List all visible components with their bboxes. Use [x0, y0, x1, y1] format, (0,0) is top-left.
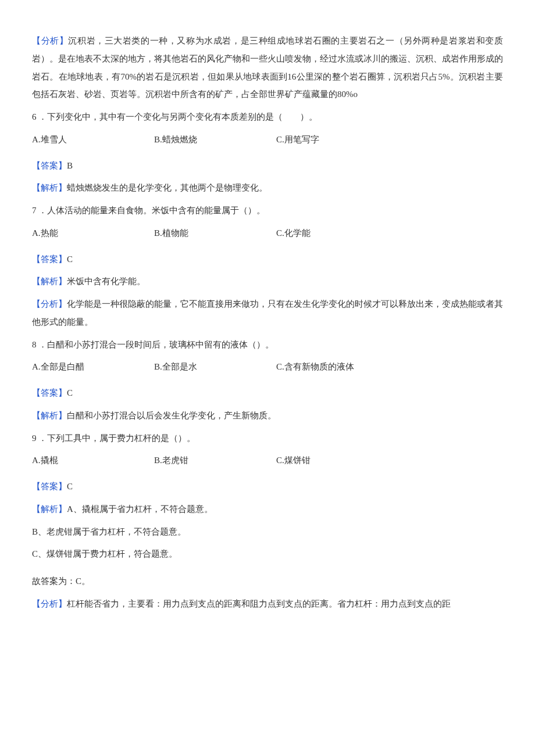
q6-options: A.堆雪人 B.蜡烛燃烧 C.用笔写字	[32, 131, 503, 149]
explain-text: 蜡烛燃烧发生的是化学变化，其他两个是物理变化。	[67, 183, 268, 192]
q8-stem: 8 ．白醋和小苏打混合一段时间后，玻璃杯中留有的液体（）。	[32, 336, 503, 354]
q8-answer: 【答案】C	[32, 384, 503, 402]
q6-option-c: C.用笔写字	[276, 131, 319, 149]
explain-text-a: A、撬棍属于省力杠杆，不符合题意。	[67, 504, 213, 514]
analysis-label: 【分析】	[32, 36, 68, 45]
q8-option-c: C.含有新物质的液体	[276, 358, 354, 376]
q6-explain: 【解析】蜡烛燃烧发生的是化学变化，其他两个是物理变化。	[32, 179, 503, 197]
explain-label: 【解析】	[32, 183, 67, 192]
q8-options: A.全部是白醋 B.全部是水 C.含有新物质的液体	[32, 358, 503, 376]
q9-options: A.撬棍 B.老虎钳 C.煤饼钳	[32, 452, 503, 470]
explain-text: 米饭中含有化学能。	[67, 277, 145, 286]
q7-option-c: C.化学能	[276, 224, 311, 242]
explain-label: 【解析】	[32, 277, 67, 286]
q9-option-b: B.老虎钳	[154, 452, 276, 470]
q9-explain-c: C、煤饼钳属于费力杠杆，符合题意。	[32, 545, 503, 563]
q8-option-a: A.全部是白醋	[32, 358, 154, 376]
answer-value: C	[67, 255, 73, 264]
q8-explain: 【解析】白醋和小苏打混合以后会发生化学变化，产生新物质。	[32, 407, 503, 425]
q7-options: A.热能 B.植物能 C.化学能	[32, 224, 503, 242]
q7-analysis: 【分析】化学能是一种很隐蔽的能量，它不能直接用来做功，只有在发生化学变化的时候才…	[32, 295, 503, 331]
q9-option-a: A.撬棍	[32, 452, 154, 470]
answer-label: 【答案】	[32, 482, 67, 491]
analysis-text: 沉积岩，三大岩类的一种，又称为水成岩，是三种组成地球岩石圈的主要岩石之一（另外两…	[32, 36, 503, 99]
answer-value: B	[67, 161, 73, 170]
q9-explain-a: 【解析】A、撬棍属于省力杠杆，不符合题意。	[32, 500, 503, 518]
q9-analysis: 【分析】杠杆能否省力，主要看：用力点到支点的距离和阻力点到支点的距离。省力杠杆：…	[32, 595, 503, 613]
answer-label: 【答案】	[32, 388, 67, 397]
explain-label: 【解析】	[32, 411, 67, 420]
explain-label: 【解析】	[32, 504, 67, 514]
q7-option-a: A.热能	[32, 224, 154, 242]
q9-explain-b: B、老虎钳属于省力杠杆，不符合题意。	[32, 523, 503, 541]
analysis-block: 【分析】沉积岩，三大岩类的一种，又称为水成岩，是三种组成地球岩石圈的主要岩石之一…	[32, 32, 503, 103]
answer-label: 【答案】	[32, 255, 67, 264]
q6-stem: 6 ．下列变化中，其中有一个变化与另两个变化有本质差别的是（ ）。	[32, 108, 503, 126]
q6-answer: 【答案】B	[32, 157, 503, 175]
explain-text: 白醋和小苏打混合以后会发生化学变化，产生新物质。	[67, 411, 276, 420]
q7-explain: 【解析】米饭中含有化学能。	[32, 273, 503, 291]
analysis-text: 杠杆能否省力，主要看：用力点到支点的距离和阻力点到支点的距离。省力杠杆：用力点到…	[67, 599, 451, 608]
q9-option-c: C.煤饼钳	[276, 452, 311, 470]
q7-option-b: B.植物能	[154, 224, 276, 242]
q6-option-b: B.蜡烛燃烧	[154, 131, 276, 149]
answer-value: C	[67, 482, 73, 491]
answer-label: 【答案】	[32, 161, 67, 170]
q9-answer: 【答案】C	[32, 478, 503, 496]
q9-conclusion: 故答案为：C。	[32, 572, 503, 590]
analysis-label: 【分析】	[32, 299, 67, 309]
q6-option-a: A.堆雪人	[32, 131, 154, 149]
answer-value: C	[67, 388, 73, 397]
q8-option-b: B.全部是水	[154, 358, 276, 376]
q9-stem: 9 ．下列工具中，属于费力杠杆的是（）。	[32, 429, 503, 447]
q7-stem: 7 ．人体活动的能量来自食物。米饭中含有的能量属于（）。	[32, 202, 503, 220]
analysis-label: 【分析】	[32, 599, 67, 608]
analysis-text: 化学能是一种很隐蔽的能量，它不能直接用来做功，只有在发生化学变化的时候才可以释放…	[32, 299, 503, 327]
q7-answer: 【答案】C	[32, 250, 503, 268]
